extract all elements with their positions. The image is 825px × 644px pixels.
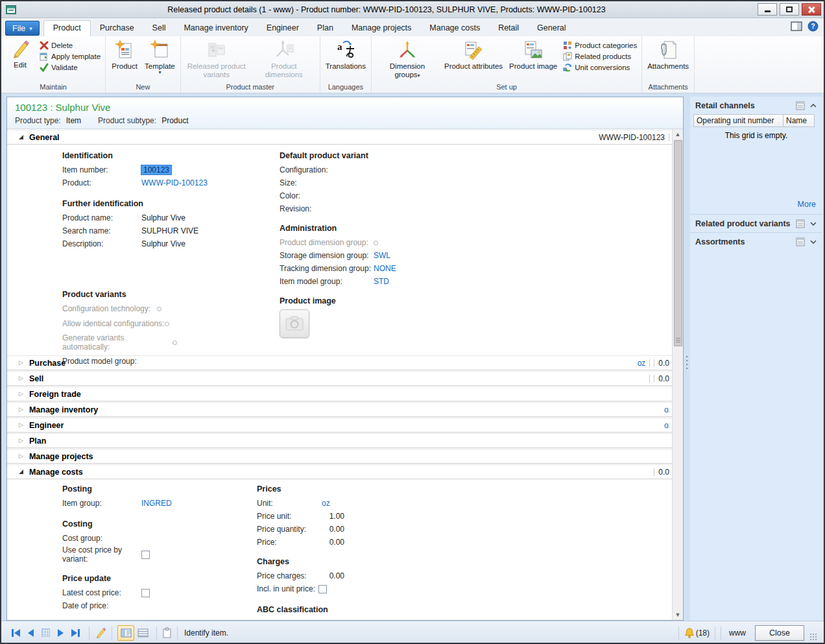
price-quantity-value[interactable]: 0.00 (322, 525, 344, 534)
tab-manage-costs[interactable]: Manage costs (420, 21, 489, 36)
use-cost-price-by-variant-checkbox[interactable] (141, 551, 150, 559)
price-charges-value[interactable]: 0.00 (322, 571, 344, 580)
column-operating-unit-number[interactable]: Operating unit number (693, 114, 783, 127)
grid-view-toggle[interactable] (134, 625, 151, 641)
product-attributes-button[interactable]: Product attributes (441, 38, 506, 71)
scrollbar-thumb[interactable] (674, 140, 682, 346)
ribbon-group-attachments: Attachments Attachments (642, 36, 695, 93)
tab-product[interactable]: Product (43, 20, 91, 36)
description-label: Description: (62, 239, 141, 248)
purchase-unit-link[interactable]: oz (638, 359, 646, 368)
purchase-summary-value: 0.0 (658, 359, 669, 368)
previous-record-button[interactable] (24, 629, 38, 637)
tab-manage-projects[interactable]: Manage projects (342, 21, 420, 36)
product-dimension-group-icon (374, 241, 378, 245)
price-value[interactable]: 0.00 (322, 538, 344, 547)
new-product-button[interactable]: Product (108, 38, 141, 71)
close-button[interactable]: Close (755, 625, 804, 641)
search-name-value[interactable]: SULPHUR VIVE (141, 226, 198, 235)
abc-value[interactable]: None (304, 619, 322, 620)
collapse-chevron-icon[interactable] (809, 103, 817, 108)
tab-retail[interactable]: Retail (489, 21, 528, 36)
factbox-window-icon[interactable] (796, 101, 805, 110)
engineer-unit-link[interactable]: oz (664, 421, 669, 430)
description-value[interactable]: Sulphur Vive (141, 239, 185, 248)
delete-label: Delete (51, 42, 73, 49)
tab-engineer[interactable]: Engineer (257, 21, 308, 36)
close-window-button[interactable] (802, 3, 821, 16)
product-name-value[interactable]: Sulphur Vive (141, 213, 185, 222)
expand-chevron-icon[interactable] (809, 221, 817, 226)
apply-template-button[interactable]: Apply template (37, 51, 103, 62)
item-number-field[interactable]: 100123 (141, 165, 171, 174)
section-header-manage-projects[interactable]: ▷ Manage projects (7, 449, 672, 464)
product-image-button[interactable]: Product image (506, 38, 560, 71)
help-icon[interactable]: ? (807, 21, 819, 32)
item-model-group-link[interactable]: STD (374, 277, 389, 286)
resize-grip[interactable] (809, 633, 817, 641)
scroll-down-arrow[interactable]: ▼ (673, 610, 683, 620)
assortments-header[interactable]: Assortments (690, 232, 822, 250)
edit-button[interactable]: Edit (3, 38, 37, 70)
section-header-foreign-trade[interactable]: ▷ Foreign trade (7, 387, 672, 401)
translations-button[interactable]: a Translations (322, 38, 369, 71)
unit-conversions-button[interactable]: Unit conversions (560, 62, 640, 73)
storage-dimension-group-link[interactable]: SWL (374, 251, 390, 260)
validate-button[interactable]: Validate (37, 62, 103, 73)
file-menu-button[interactable]: File ▾ (5, 21, 40, 36)
details-view-toggle[interactable] (117, 625, 134, 641)
tracking-dimension-group-link[interactable]: NONE (374, 264, 396, 273)
document-handling-icon[interactable] (162, 627, 172, 638)
expand-chevron-icon[interactable] (809, 239, 817, 244)
section-header-manage-inventory[interactable]: ▷ Manage inventory oz (7, 402, 672, 417)
scroll-up-arrow[interactable]: ▲ (673, 129, 683, 139)
section-header-general[interactable]: General WWW-PID-100123 (7, 130, 672, 145)
product-categories-icon (563, 41, 572, 50)
tab-purchase[interactable]: Purchase (91, 21, 143, 36)
section-header-engineer[interactable]: ▷ Engineer oz (7, 418, 672, 433)
tab-general[interactable]: General (528, 21, 575, 36)
next-record-button[interactable] (54, 629, 67, 637)
company-field[interactable]: www (726, 628, 748, 638)
more-link[interactable]: More (798, 200, 816, 209)
factbox-window-icon[interactable] (796, 219, 805, 228)
column-name[interactable]: Name (783, 114, 815, 127)
tab-plan[interactable]: Plan (308, 21, 342, 36)
delete-button[interactable]: Delete (37, 40, 103, 51)
product-image-placeholder[interactable] (280, 309, 309, 338)
manage-inventory-unit-link[interactable]: oz (664, 405, 669, 414)
form-vertical-scrollbar[interactable]: ▲ ▼ (672, 129, 683, 620)
collapsed-triangle-icon: ▷ (19, 453, 23, 459)
latest-cost-price-checkbox[interactable] (141, 589, 150, 597)
edit-record-pencil-icon[interactable] (95, 627, 106, 639)
related-products-button[interactable]: Related products (560, 51, 640, 62)
grid-view-nav-button[interactable] (38, 628, 54, 637)
last-record-button[interactable] (67, 629, 84, 637)
section-header-plan[interactable]: ▷ Plan (7, 433, 672, 448)
first-record-button[interactable] (8, 629, 24, 637)
maximize-button[interactable] (780, 3, 799, 16)
product-image-icon (523, 40, 544, 60)
new-template-button[interactable]: Template ▾ (141, 38, 178, 76)
product-link[interactable]: WWW-PID-100123 (141, 178, 208, 187)
factbox-window-icon[interactable] (796, 237, 805, 246)
incl-in-unit-price-checkbox[interactable] (318, 585, 327, 593)
attachments-button[interactable]: Attachments (644, 38, 692, 71)
layout-pane-icon[interactable] (791, 21, 802, 31)
section-header-manage-costs[interactable]: Manage costs 0.0 (7, 464, 672, 479)
template-caret-icon: ▾ (158, 71, 161, 75)
related-product-variants-header[interactable]: Related product variants (690, 214, 822, 232)
section-header-sell[interactable]: ▷ Sell 0.0 (7, 371, 672, 386)
dimension-groups-button[interactable]: Dimension groups▾ (374, 38, 441, 80)
notifications-button[interactable]: (18) (684, 628, 710, 638)
item-group-link[interactable]: INGRED (141, 499, 172, 508)
price-unit-value[interactable]: 1.00 (322, 512, 344, 521)
factbox-pane: Retail channels Operating unit number Na… (690, 97, 822, 621)
panel-splitter[interactable] (684, 97, 690, 621)
tab-manage-inventory[interactable]: Manage inventory (174, 21, 257, 36)
retail-channels-header[interactable]: Retail channels (690, 97, 822, 114)
unit-link[interactable]: oz (322, 499, 330, 508)
minimize-button[interactable] (758, 3, 777, 16)
product-categories-button[interactable]: Product categories (560, 40, 640, 51)
tab-sell[interactable]: Sell (143, 21, 175, 36)
